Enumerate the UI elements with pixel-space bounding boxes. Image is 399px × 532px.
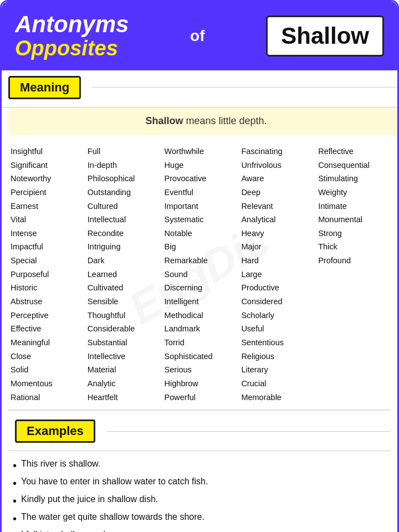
word-item: Landmark [165, 322, 235, 336]
word-item: Percipient [11, 186, 81, 200]
word-item: Thoughtful [88, 309, 158, 323]
word-item: Full [88, 145, 158, 158]
examples-list: •This river is shallow.•You have to ente… [8, 453, 391, 532]
word-item: Special [11, 254, 81, 268]
word-item: Intense [11, 227, 81, 241]
meaning-label-row: Meaning [2, 70, 397, 108]
meaning-box: Shallow means little depth. [8, 108, 399, 135]
word-item: Solid [11, 363, 81, 377]
word-item: Purposeful [11, 268, 81, 282]
word-item: Rational [11, 391, 81, 405]
bullet-icon: • [13, 512, 17, 525]
word-item: Noteworthy [11, 172, 81, 186]
word-item: Reflective [318, 145, 388, 158]
word-item: Meaningful [11, 336, 81, 350]
word-item: Learned [88, 268, 158, 282]
word-item: Notable [165, 227, 235, 241]
word-item: Systematic [165, 213, 235, 227]
bullet-icon: • [13, 459, 17, 472]
word-item: Considerable [88, 322, 158, 336]
word-item: Deep [241, 186, 311, 200]
word-item: Close [11, 350, 81, 364]
word-item: Big [165, 240, 235, 254]
opposites-label: Opposites [15, 37, 129, 60]
word-item: Discerning [165, 281, 235, 295]
words-grid: InsightfulSignificantNoteworthyPercipien… [7, 144, 392, 405]
example-item: •You have to enter in shallow water to c… [13, 474, 391, 492]
word-item: Material [88, 363, 158, 377]
word-item: Large [241, 268, 311, 282]
bullet-icon: • [13, 494, 17, 508]
meaning-word-bold: Shallow [145, 115, 183, 126]
word-item: Intellectual [88, 213, 158, 227]
word-item: Outstanding [88, 186, 158, 200]
word-item: Methodical [165, 309, 235, 323]
example-item: •Kindly put the juice in shallow dish. [13, 492, 391, 510]
word-item: Dark [88, 254, 158, 268]
word-item: Cultivated [88, 281, 158, 295]
word-item: Philosophical [88, 172, 158, 186]
example-item: •I fell into shallow pool. [13, 528, 391, 532]
word-item: Perceptive [11, 309, 81, 323]
word-item: Consequential [318, 158, 388, 172]
word-item: Heartfelt [88, 391, 158, 405]
word-item: Literary [241, 363, 311, 377]
word-item: Huge [165, 158, 235, 172]
word-item: Remarkable [165, 254, 235, 268]
word-item: Effective [11, 322, 81, 336]
main-word: Shallow [266, 16, 384, 57]
word-item: Sententious [241, 336, 311, 350]
example-text: The water get quite shallow towards the … [21, 512, 204, 522]
word-item: Eventful [165, 186, 235, 200]
word-item: Cultured [88, 200, 158, 213]
word-item: Sophisticated [165, 350, 235, 364]
header: Antonyms Opposites of Shallow [2, 2, 397, 70]
examples-label-row: Examples [8, 414, 391, 451]
header-left: Antonyms Opposites [15, 12, 129, 60]
word-item: Torrid [165, 336, 235, 350]
word-item: Insightful [11, 145, 81, 158]
page-container: Antonyms Opposites of Shallow Meaning Sh… [0, 0, 399, 532]
word-item: Momentous [11, 377, 81, 391]
word-item: Worthwhile [165, 145, 235, 158]
example-text: This river is shallow. [21, 459, 100, 469]
word-item: Hard [241, 254, 311, 268]
meaning-divider [92, 87, 397, 88]
word-item: Highbrow [165, 377, 235, 391]
word-item: Unfrivolous [241, 158, 311, 172]
word-col-1: FullIn-depthPhilosophicalOutstandingCult… [84, 144, 161, 405]
word-item: Thick [318, 240, 388, 254]
example-item: •The water get quite shallow towards the… [13, 510, 391, 528]
meaning-rest: means little depth. [183, 115, 267, 126]
word-item: Aware [241, 172, 311, 186]
word-item: Intriguing [88, 240, 158, 254]
word-item: Useful [241, 322, 311, 336]
word-item: Relevant [241, 200, 311, 213]
word-item: Earnest [11, 200, 81, 213]
word-item: Serious [165, 363, 235, 377]
example-item: •This river is shallow. [13, 457, 391, 474]
example-text: You have to enter in shallow water to ca… [21, 477, 208, 487]
word-item: Recondite [88, 227, 158, 241]
word-item: Substantial [88, 336, 158, 350]
of-label: of [190, 27, 204, 45]
examples-divider [106, 431, 391, 432]
word-item: Sensible [88, 295, 158, 309]
example-text: I fell into shallow pool. [21, 530, 108, 532]
word-item: Productive [241, 281, 311, 295]
word-item: Important [165, 200, 235, 213]
word-item: Intimate [318, 200, 388, 213]
word-item: Significant [11, 158, 81, 172]
word-item: Religious [241, 350, 311, 364]
word-item: Analytical [241, 213, 311, 227]
word-item: Powerful [165, 391, 235, 405]
word-item: Weighty [318, 186, 388, 200]
word-col-4: ReflectiveConsequentialStimulatingWeight… [315, 144, 392, 405]
word-item: Scholarly [241, 309, 311, 323]
bullet-icon: • [13, 477, 17, 490]
meaning-label: Meaning [8, 76, 81, 99]
word-item: Impactful [11, 240, 81, 254]
word-item: Monumental [318, 213, 388, 227]
word-item: Historic [11, 281, 81, 295]
examples-label: Examples [15, 420, 95, 443]
